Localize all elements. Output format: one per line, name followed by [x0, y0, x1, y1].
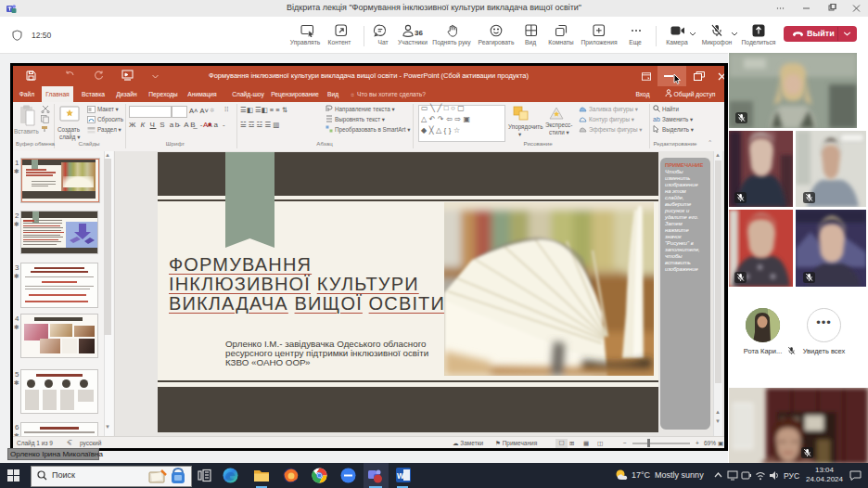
svg-text:w: w [396, 470, 404, 481]
svg-text:ab: ab [653, 116, 660, 122]
